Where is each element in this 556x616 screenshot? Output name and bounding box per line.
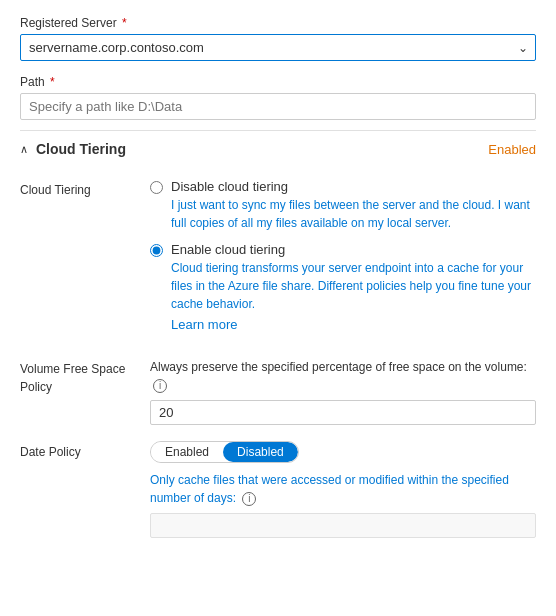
enable-option-description: Cloud tiering transforms your server end… <box>171 259 536 313</box>
registered-server-field: Registered Server * servername.corp.cont… <box>20 16 536 61</box>
date-policy-row: Date Policy Enabled Disabled Only cache … <box>20 441 536 538</box>
cloud-tiering-field-label: Cloud Tiering <box>20 179 150 342</box>
registered-server-select-wrapper: servername.corp.contoso.com ⌄ <box>20 34 536 61</box>
volume-info-icon[interactable]: i <box>153 379 167 393</box>
date-policy-days-input[interactable] <box>150 513 536 538</box>
enable-cloud-tiering-option: Enable cloud tiering Cloud tiering trans… <box>150 242 536 332</box>
disable-cloud-tiering-option: Disable cloud tiering I just want to syn… <box>150 179 536 232</box>
date-policy-label: Date Policy <box>20 441 150 538</box>
volume-free-space-label: Volume Free Space Policy <box>20 358 150 425</box>
volume-free-space-desc-text: Always preserve the specified percentage… <box>150 360 527 374</box>
registered-server-select[interactable]: servername.corp.contoso.com <box>20 34 536 61</box>
date-policy-desc-text: Only cache files that were accessed or m… <box>150 473 509 505</box>
section-title: Cloud Tiering <box>36 141 126 157</box>
disable-option-title: Disable cloud tiering <box>171 179 536 194</box>
date-policy-enabled-button[interactable]: Enabled <box>151 442 223 462</box>
disable-option-text: Disable cloud tiering I just want to syn… <box>171 179 536 232</box>
cloud-tiering-field-content: Disable cloud tiering I just want to syn… <box>150 179 536 342</box>
volume-free-space-input[interactable] <box>150 400 536 425</box>
date-policy-disabled-button[interactable]: Disabled <box>223 442 298 462</box>
enable-cloud-tiering-radio[interactable] <box>150 244 163 257</box>
enable-option-text: Enable cloud tiering Cloud tiering trans… <box>171 242 536 332</box>
volume-free-space-content: Always preserve the specified percentage… <box>150 358 536 425</box>
required-star-server: * <box>119 16 127 30</box>
date-policy-content: Enabled Disabled Only cache files that w… <box>150 441 536 538</box>
path-label-text: Path <box>20 75 45 89</box>
date-policy-label-text: Date Policy <box>20 445 81 459</box>
registered-server-label: Registered Server * <box>20 16 536 30</box>
cloud-tiering-section-header: ∧ Cloud Tiering Enabled <box>20 130 536 167</box>
disable-option-description: I just want to sync my files between the… <box>171 196 536 232</box>
disable-cloud-tiering-radio[interactable] <box>150 181 163 194</box>
section-status-badge: Enabled <box>488 142 536 157</box>
section-header-left: ∧ Cloud Tiering <box>20 141 126 157</box>
date-policy-description: Only cache files that were accessed or m… <box>150 471 536 507</box>
date-info-icon[interactable]: i <box>242 492 256 506</box>
path-label: Path * <box>20 75 536 89</box>
registered-server-label-text: Registered Server <box>20 16 117 30</box>
path-field: Path * <box>20 75 536 120</box>
enable-option-title: Enable cloud tiering <box>171 242 536 257</box>
volume-free-space-row: Volume Free Space Policy Always preserve… <box>20 358 536 425</box>
date-policy-toggle-group: Enabled Disabled <box>150 441 299 463</box>
required-star-path: * <box>47 75 55 89</box>
path-input[interactable] <box>20 93 536 120</box>
learn-more-link[interactable]: Learn more <box>171 317 237 332</box>
volume-free-space-description: Always preserve the specified percentage… <box>150 358 536 394</box>
collapse-chevron-icon[interactable]: ∧ <box>20 143 28 156</box>
volume-free-space-label-text: Volume Free Space Policy <box>20 362 125 394</box>
cloud-tiering-options-row: Cloud Tiering Disable cloud tiering I ju… <box>20 179 536 342</box>
cloud-tiering-label-text: Cloud Tiering <box>20 183 91 197</box>
